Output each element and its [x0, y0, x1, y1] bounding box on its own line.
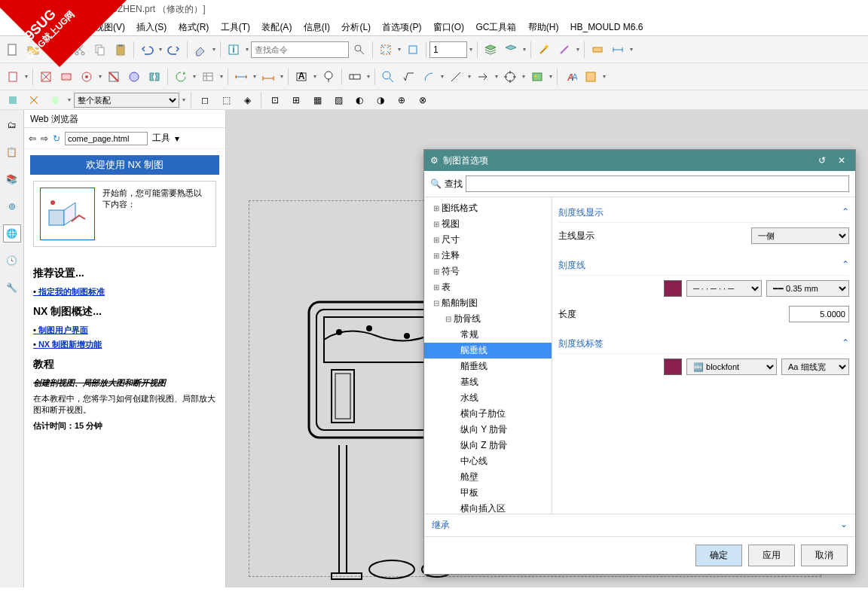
copy-icon[interactable]	[90, 40, 110, 60]
thickness-select[interactable]: ━━ 0.35 mm	[766, 280, 849, 297]
tree-trans-sub[interactable]: 横向子肋位	[424, 406, 552, 422]
eraser-icon[interactable]	[191, 40, 210, 60]
nav-books-icon[interactable]: 📚	[3, 170, 21, 188]
wand-icon[interactable]	[534, 40, 554, 60]
tree-long-y[interactable]: 纵向 Y 肋骨	[424, 422, 552, 438]
layers-icon[interactable]	[481, 40, 500, 60]
dim2-icon[interactable]	[608, 40, 628, 60]
t3-g[interactable]: ▨	[329, 90, 348, 110]
tree-bulkhead[interactable]: 舱壁	[424, 469, 552, 485]
note-icon[interactable]: A	[292, 67, 311, 87]
update-icon[interactable]	[171, 67, 191, 87]
arc-icon[interactable]	[419, 67, 439, 87]
menu-assembly[interactable]: 装配(A)	[257, 18, 296, 37]
nav-tool-icon[interactable]: 🔧	[3, 279, 21, 297]
view2-icon[interactable]	[57, 67, 76, 87]
menu-help[interactable]: 帮助(H)	[524, 18, 564, 37]
font-icon[interactable]: AA	[561, 67, 580, 87]
link-ui[interactable]: 制图用户界面	[33, 325, 216, 336]
paste-icon[interactable]	[111, 40, 130, 60]
nav-back-icon[interactable]: ⇦	[29, 133, 36, 144]
dim-rapid-icon[interactable]	[231, 67, 251, 87]
t3-a[interactable]: ◻	[195, 90, 215, 110]
t3-c[interactable]: ◈	[237, 90, 257, 110]
target-icon[interactable]	[500, 67, 520, 87]
nav-assembly-icon[interactable]: 🗂	[3, 116, 21, 134]
edit-icon[interactable]	[581, 67, 601, 87]
menu-format[interactable]: 格式(R)	[174, 18, 214, 37]
tree-general[interactable]: 常规	[424, 327, 552, 343]
image-icon[interactable]	[527, 67, 547, 87]
section-icon[interactable]	[104, 67, 124, 87]
reset-icon[interactable]: ↺	[815, 153, 830, 168]
dialog-search-input[interactable]	[466, 175, 849, 192]
menu-gc[interactable]: GC工具箱	[471, 18, 521, 37]
tree-long-z[interactable]: 纵向 Z 肋骨	[424, 438, 552, 453]
inherit-section[interactable]: 继承	[424, 514, 855, 536]
dim-h-icon[interactable]	[258, 67, 278, 87]
nav-history-icon[interactable]: 🕓	[3, 252, 21, 270]
tools-dropdown-icon[interactable]: ▾	[175, 133, 179, 144]
scale-input[interactable]	[429, 41, 467, 58]
filter1-icon[interactable]	[3, 90, 23, 110]
close-icon[interactable]: ✕	[834, 153, 849, 168]
label-color[interactable]	[664, 359, 682, 375]
t3-f[interactable]: ▦	[307, 90, 327, 110]
menu-analysis[interactable]: 分析(L)	[337, 18, 375, 37]
layers2-icon[interactable]	[501, 40, 521, 60]
info-icon[interactable]: i	[224, 40, 243, 60]
dim1-icon[interactable]	[588, 40, 607, 60]
sqrt-icon[interactable]	[399, 67, 418, 87]
menu-insert[interactable]: 插入(S)	[132, 18, 171, 37]
t3-b[interactable]: ⬚	[216, 90, 236, 110]
tree-aft-perp[interactable]: 艉垂线	[424, 343, 552, 359]
tree-waterline[interactable]: 水线	[424, 390, 552, 406]
view1-icon[interactable]	[36, 67, 56, 87]
t3-h[interactable]: ◐	[350, 90, 369, 110]
cancel-button[interactable]: 取消	[801, 545, 848, 566]
command-search[interactable]	[251, 41, 349, 58]
gdt-icon[interactable]	[345, 67, 365, 87]
section-tick-label[interactable]: 刻度线标签	[558, 334, 849, 354]
nav-web-icon[interactable]: 🌐	[3, 224, 21, 243]
link-standard[interactable]: 指定我的制图标准	[33, 286, 216, 298]
mainline-select[interactable]: 一侧	[751, 227, 849, 244]
url-input[interactable]	[65, 132, 148, 145]
apply-button[interactable]: 应用	[748, 545, 795, 566]
nav-part-icon[interactable]: 📋	[3, 143, 21, 161]
tree-table[interactable]: 表	[424, 279, 552, 295]
undo-icon[interactable]	[137, 40, 157, 60]
linestyle-select[interactable]: ─ · · ─ · · ─	[686, 280, 762, 297]
tree-fore-perp[interactable]: 艏垂线	[424, 359, 552, 374]
nav-wifi-icon[interactable]: ⊚	[3, 197, 21, 215]
undo-dropdown[interactable]	[157, 40, 164, 60]
detail-icon[interactable]	[124, 67, 144, 87]
tree-ship[interactable]: 船舶制图	[424, 295, 552, 311]
menu-tools[interactable]: 工具(T)	[216, 18, 255, 37]
menu-info[interactable]: 信息(I)	[299, 18, 335, 37]
balloon-icon[interactable]	[319, 67, 338, 87]
search-icon[interactable]	[350, 40, 369, 60]
break-icon[interactable]	[145, 67, 164, 87]
section-tick[interactable]: 刻度线	[558, 256, 849, 276]
tree-frame-line[interactable]: 肋骨线	[424, 311, 552, 327]
tree-dimension[interactable]: 尺寸	[424, 232, 552, 248]
redo-icon[interactable]	[164, 40, 184, 60]
zoom-icon[interactable]	[403, 40, 423, 60]
t3-i[interactable]: ◑	[371, 90, 390, 110]
section-tick-display[interactable]: 刻度线显示	[558, 203, 849, 223]
font-select[interactable]: 🔤 blockfont	[686, 359, 777, 375]
tree-sheet-format[interactable]: 图纸格式	[424, 200, 552, 216]
t3-d[interactable]: ⊡	[265, 90, 285, 110]
table-icon[interactable]	[198, 67, 218, 87]
wand2-icon[interactable]	[555, 40, 574, 60]
tree-annotation[interactable]: 注释	[424, 248, 552, 264]
tree-centerline[interactable]: 中心线	[424, 453, 552, 469]
t3-e[interactable]: ⊞	[286, 90, 306, 110]
length-input[interactable]	[789, 306, 849, 322]
tree-baseline[interactable]: 基线	[424, 374, 552, 390]
fit-icon[interactable]	[376, 40, 396, 60]
filter3-icon[interactable]	[45, 90, 65, 110]
ok-button[interactable]: 确定	[695, 545, 742, 566]
menu-hbmould[interactable]: HB_MOULD M6.6	[566, 19, 648, 35]
